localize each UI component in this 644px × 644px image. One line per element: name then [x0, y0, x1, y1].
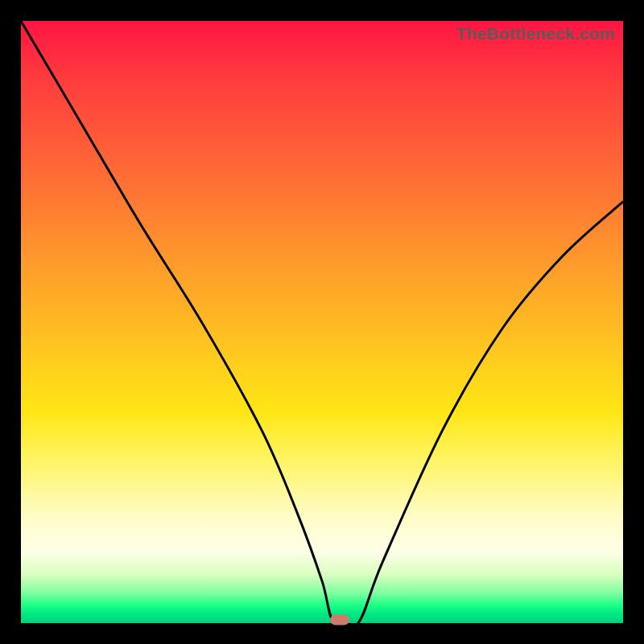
bottleneck-curve	[21, 21, 623, 623]
curve-path	[21, 21, 623, 623]
plot-area: TheBottleneck.com	[21, 21, 623, 623]
optimal-marker	[330, 615, 349, 625]
